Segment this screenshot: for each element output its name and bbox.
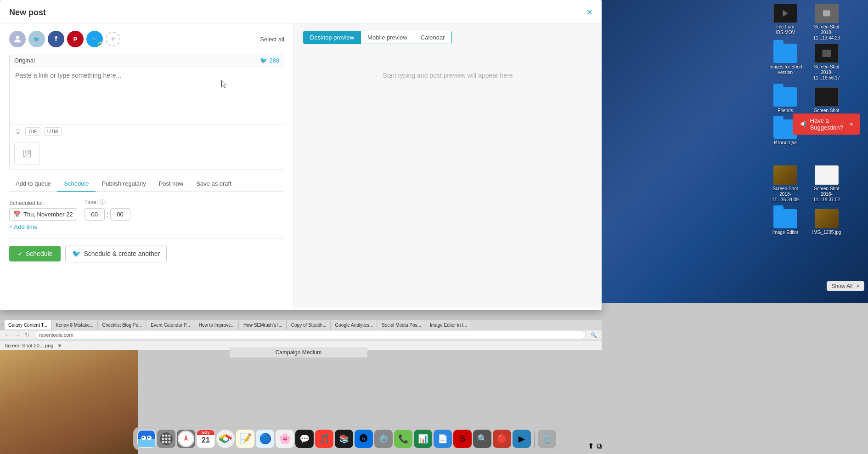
select-all-link[interactable]: Select all xyxy=(260,36,284,43)
folder-icon xyxy=(773,44,797,63)
close-button[interactable]: × xyxy=(586,7,592,17)
desktop-file-ss5[interactable]: Screen Shot 2018-11...18.37.02 xyxy=(808,165,845,203)
download-chevron[interactable]: ▼ xyxy=(57,343,62,348)
search-icon[interactable]: 🔍 xyxy=(591,332,597,338)
dock-settings[interactable]: ⚙️ xyxy=(374,430,393,448)
url-input[interactable]: raventools.com xyxy=(34,331,586,339)
time-minutes-input[interactable] xyxy=(110,208,130,221)
dock-word[interactable]: 📄 xyxy=(434,430,452,448)
folder-icon xyxy=(773,87,797,107)
dock-reminders[interactable]: 🔵 xyxy=(256,430,274,448)
svg-point-13 xyxy=(148,437,150,438)
tab-save-as-draft[interactable]: Save as draft xyxy=(190,176,238,192)
dock-messages[interactable]: 💬 xyxy=(295,430,314,448)
desktop-file-ss2[interactable]: Screen Shot 2018-11...16.56.17 xyxy=(808,44,845,81)
food-image-area xyxy=(0,350,138,454)
svg-point-20 xyxy=(169,438,171,440)
account-avatar-3[interactable]: f xyxy=(48,31,64,47)
dock-seo[interactable]: S xyxy=(453,430,472,448)
tab-social-media[interactable]: Social Media Pos... xyxy=(378,320,425,329)
gif-button[interactable]: GIF xyxy=(25,127,40,136)
account-avatar-4[interactable]: P xyxy=(67,31,84,47)
add-time-link[interactable]: + Add time xyxy=(9,223,38,230)
desktop-preview-tab[interactable]: Desktop preview xyxy=(304,31,361,44)
tab-how-to[interactable]: How to Improve... xyxy=(195,320,239,329)
tab-post-now[interactable]: Post now xyxy=(152,176,190,192)
file-thumb xyxy=(815,87,839,107)
tab-schedule[interactable]: Schedule xyxy=(57,176,95,192)
add-account-button[interactable]: + xyxy=(106,32,120,46)
time-hours-input[interactable] xyxy=(85,208,105,221)
account-avatar-5[interactable]: 🐦 ✓ xyxy=(86,31,103,47)
schedule-create-another-button[interactable]: 🐦 Schedule & create another xyxy=(65,245,167,262)
upload-icon[interactable]: ⬆ xyxy=(588,442,594,450)
dock-safari[interactable] xyxy=(177,430,195,448)
dock-excel[interactable]: 📊 xyxy=(414,430,432,448)
time-form-group: Time: ⓘ : xyxy=(85,198,130,221)
tab-add-to-queue[interactable]: Add to queue xyxy=(9,176,57,192)
suggestion-close-button[interactable]: × xyxy=(850,120,853,128)
info-icon: ⓘ xyxy=(100,198,106,206)
tab-event[interactable]: Event Calendar P... xyxy=(147,320,194,329)
editor-header: Original 🐦 280 xyxy=(10,54,284,67)
close-notification-button[interactable]: × xyxy=(856,283,860,289)
dock-trash[interactable]: 🗑️ xyxy=(538,430,556,448)
desktop-file-ss4[interactable]: Screen Shot 2018-11...16.34.09 xyxy=(767,165,804,203)
tab-image-editor[interactable]: Image Editor in I... xyxy=(426,320,471,329)
desktop-file-mov[interactable]: File from iOS.MOV xyxy=(767,4,804,35)
tab-kopiya[interactable]: Копия 8 Mistake... xyxy=(52,320,98,329)
refresh-button[interactable]: ↻ xyxy=(25,332,29,338)
tab-publish-regularly[interactable]: Publish regularly xyxy=(96,176,152,192)
account-avatar-1[interactable] xyxy=(9,31,26,47)
date-form-group: Scheduled for: 📅 Thu, November 22 xyxy=(9,200,77,221)
dock-office[interactable]: 🔴 xyxy=(493,430,511,448)
calendar-tab[interactable]: Calendar xyxy=(414,31,451,44)
dock-video[interactable]: ▶ xyxy=(513,430,531,448)
mobile-preview-tab[interactable]: Mobile preview xyxy=(361,31,414,44)
desktop-file-ss1[interactable]: Screen Shot 2018-11...13.44.23 xyxy=(808,4,845,41)
back-button[interactable]: ← xyxy=(5,332,10,338)
desktop-file-img1235[interactable]: IMG_1235.jpg xyxy=(808,209,845,235)
file-label: Screen Shot 2018-11...13.44.23 xyxy=(808,24,845,41)
browser-tab-bar: ≡ Galaxy Content T... Копия 8 Mistake...… xyxy=(0,320,602,330)
dock-facetime[interactable]: 📞 xyxy=(394,430,412,448)
utm-button[interactable]: UTM xyxy=(44,127,62,136)
dock-chrome[interactable] xyxy=(216,430,235,448)
forward-button[interactable]: → xyxy=(15,332,20,338)
tab-semrush[interactable]: How SEMrush's I... xyxy=(240,320,287,329)
dock-appstore[interactable]: 🅐 xyxy=(355,430,373,448)
food-photo xyxy=(0,350,138,454)
desktop-folder-images[interactable]: Images for Short version xyxy=(767,44,804,75)
dock-calendar[interactable]: NOV 21 xyxy=(197,430,215,448)
tab-analytics[interactable]: Google Analytics... xyxy=(332,320,378,329)
modal-body: 🐦 f P 🐦 ✓ + Select all xyxy=(0,23,602,308)
dock-finder[interactable] xyxy=(137,430,156,448)
post-textarea[interactable] xyxy=(10,67,284,122)
date-value: Thu, November 22 xyxy=(23,211,73,218)
account-avatar-2[interactable]: 🐦 xyxy=(28,31,45,47)
date-input[interactable]: 📅 Thu, November 22 xyxy=(9,208,77,221)
image-upload-button[interactable] xyxy=(14,142,40,165)
dock-photos[interactable]: 🌸 xyxy=(276,430,294,448)
schedule-another-label: Schedule & create another xyxy=(84,250,160,257)
dock-ibooks[interactable]: 📚 xyxy=(335,430,353,448)
show-all-label[interactable]: Show All xyxy=(831,283,852,289)
desktop-folder-friends[interactable]: Friends xyxy=(767,87,804,114)
dock-notes[interactable]: 📝 xyxy=(236,430,254,448)
file-label: Screen Shot 2018-11...16.56.17 xyxy=(808,64,845,81)
tab-galaxy[interactable]: Galaxy Content T... xyxy=(5,320,51,329)
tab-checklist[interactable]: Checklist Blog Po... xyxy=(99,320,147,329)
dock-music[interactable]: 🎵 xyxy=(315,430,333,448)
schedule-check-icon: ✓ xyxy=(17,250,23,257)
copy-icon[interactable]: ⧉ xyxy=(597,442,602,450)
schedule-button[interactable]: ✓ Schedule xyxy=(9,246,61,261)
emoji-button[interactable]: ☺ xyxy=(14,127,22,136)
dock-research[interactable]: 🔍 xyxy=(473,430,491,448)
suggestion-banner[interactable]: 📢 Have a Suggestion? × xyxy=(793,114,860,135)
desktop-folder-image-editor[interactable]: Image Editor xyxy=(767,209,804,235)
modal-header: New post × xyxy=(0,0,602,23)
svg-point-0 xyxy=(16,36,19,39)
dock-launchpad[interactable] xyxy=(157,430,175,448)
tab-stealth[interactable]: Copy of Stealth... xyxy=(287,320,331,329)
file-label: Friends xyxy=(778,108,793,114)
